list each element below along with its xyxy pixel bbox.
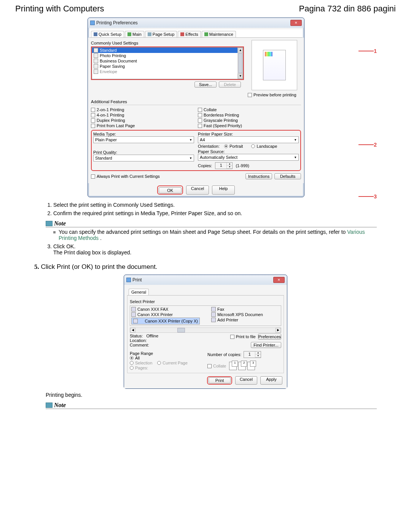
tab-effects[interactable]: Effects — [178, 31, 201, 37]
instructions-button[interactable]: Instructions — [245, 173, 272, 179]
paper-source-select[interactable]: Automatically Select▼ — [198, 154, 299, 161]
bullet-icon — [53, 231, 56, 233]
page-title-left: Printing with Computers — [15, 4, 104, 14]
printer-item[interactable]: Canon XXX Printer — [131, 312, 200, 317]
feat-grayscale: Grayscale Printing — [204, 118, 238, 123]
radio-landscape[interactable]: Landscape — [251, 144, 277, 149]
note-text: You can specify the advanced print setti… — [59, 229, 377, 241]
select-printer-label: Select Printer — [130, 299, 281, 304]
tab-page-setup[interactable]: Page Setup — [145, 31, 177, 37]
checkbox[interactable] — [91, 108, 95, 112]
spin-down-icon[interactable]: ▼ — [255, 355, 261, 358]
collate-label: Collate — [213, 364, 226, 368]
list-item-business[interactable]: Business Document — [92, 58, 237, 64]
checkbox[interactable] — [91, 118, 95, 123]
print-quality-select[interactable]: Standard▼ — [93, 155, 194, 161]
printer-name: Microsoft XPS Documen — [217, 312, 263, 317]
step-2: Confirm the required print settings in M… — [53, 210, 377, 216]
printing-preferences-dialog: Printing Preferences ✕ Quick Setup Main … — [88, 18, 304, 197]
printer-name: Add Printer — [217, 318, 238, 322]
find-printer-button[interactable]: Find Printer... — [251, 342, 281, 348]
scroll-thumb[interactable] — [238, 53, 242, 73]
list-item-standard[interactable]: Standard — [92, 48, 237, 53]
spin-down-icon[interactable]: ▼ — [227, 166, 232, 169]
printer-item[interactable]: Fax — [211, 307, 280, 312]
list-item-photo[interactable]: Photo Printing — [92, 53, 237, 58]
checkbox[interactable] — [198, 113, 202, 117]
note-body-text: You can specify the advanced print setti… — [59, 229, 347, 235]
scroll-right-icon[interactable]: ▶ — [276, 328, 281, 332]
step-3: Click OK. The Print dialog box is displa… — [53, 243, 377, 256]
scroll-left-icon[interactable]: ◀ — [130, 328, 135, 332]
close-icon[interactable]: ✕ — [273, 277, 285, 283]
checkbox[interactable] — [198, 118, 202, 123]
printer-list[interactable]: Canon XXX FAX Canon XXX Printer Canon XX… — [130, 305, 281, 326]
orientation-label: Orientation: — [198, 144, 220, 149]
scroll-down-icon[interactable]: ▼ — [238, 73, 243, 79]
radio-label: Landscape — [256, 144, 277, 149]
printer-item-selected[interactable]: Canon XXX Printer (Copy X) — [131, 318, 200, 324]
paper-size-select[interactable]: A4▼ — [198, 136, 299, 143]
spin-up-icon[interactable]: ▲ — [255, 351, 261, 355]
tab-main[interactable]: Main — [125, 31, 144, 37]
select-value: A4 — [200, 137, 205, 142]
hscrollbar[interactable]: ◀ ▶ — [130, 328, 281, 333]
checkbox[interactable] — [91, 124, 95, 128]
checkbox[interactable] — [91, 113, 95, 117]
cancel-button[interactable]: Cancel — [186, 185, 209, 195]
list-item-label: Paper Saving — [100, 64, 125, 69]
comment-label: Comment: — [130, 343, 204, 347]
radio-all[interactable]: All — [130, 356, 140, 360]
preferences-button[interactable]: Preferences — [258, 334, 281, 340]
tab-maintenance[interactable]: Maintenance — [202, 31, 236, 37]
radio-portrait[interactable]: Portrait — [224, 144, 243, 149]
print-button[interactable]: Print — [209, 377, 231, 383]
add-printer[interactable]: Add Printer — [211, 318, 280, 322]
list-item-paper-saving[interactable]: Paper Saving — [92, 64, 237, 69]
list-item-envelope[interactable]: Envelope — [92, 69, 237, 74]
page-range-label: Page Range — [130, 351, 204, 356]
printer-icon — [131, 312, 136, 317]
commonly-used-list[interactable]: Standard Photo Printing Business Documen… — [92, 47, 243, 79]
copies-spinner[interactable]: 1▲▼ — [215, 162, 233, 169]
step-text: Click Print (or OK) to print the documen… — [41, 263, 157, 270]
media-type-select[interactable]: Plain Paper▼ — [93, 136, 194, 143]
checkbox[interactable] — [230, 335, 234, 339]
scroll-up-icon[interactable]: ▲ — [238, 48, 243, 53]
scrollbar[interactable]: ▲ ▼ — [237, 48, 243, 79]
preview-pane — [252, 40, 297, 90]
feat-2on1: 2-on-1 Printing — [97, 107, 124, 112]
radio-label: Portrait — [229, 144, 243, 149]
checkbox[interactable] — [198, 108, 202, 112]
save-button[interactable]: Save... — [194, 81, 217, 88]
paper-size-label: Printer Paper Size: — [198, 132, 299, 136]
add-icon — [211, 318, 216, 322]
checkbox[interactable] — [248, 93, 252, 97]
checkbox[interactable] — [91, 174, 95, 179]
status-value: Offline — [146, 334, 158, 338]
scroll-thumb[interactable] — [177, 328, 185, 332]
num-copies-spinner[interactable]: 1▲▼ — [244, 351, 261, 358]
spin-up-icon[interactable]: ▲ — [227, 163, 232, 166]
printer-item[interactable]: Microsoft XPS Documen — [211, 312, 280, 317]
defaults-button[interactable]: Defaults — [274, 173, 301, 179]
delete-button[interactable]: Delete — [219, 81, 241, 88]
preview-before-label: Preview before printing — [253, 93, 296, 97]
radio-selection: Selection — [130, 361, 152, 365]
tab-label: Quick Setup — [99, 32, 121, 37]
printer-item[interactable]: Canon XXX FAX — [131, 307, 200, 312]
checkbox[interactable] — [198, 124, 202, 128]
page-icon — [148, 32, 151, 36]
cancel-button[interactable]: Cancel — [235, 376, 257, 385]
feat-4on1: 4-on-1 Printing — [97, 113, 124, 117]
copies-value: 1 — [215, 163, 227, 169]
tab-label: Main — [132, 32, 142, 37]
help-button[interactable]: Help — [212, 185, 235, 195]
apply-button[interactable]: Apply — [260, 376, 282, 385]
printer-name: Canon XXX Printer — [137, 312, 173, 317]
close-icon[interactable]: ✕ — [290, 20, 302, 26]
tab-quick-setup[interactable]: Quick Setup — [91, 31, 124, 37]
book-icon — [46, 221, 53, 226]
tab-general[interactable]: General — [129, 289, 149, 295]
ok-button[interactable]: OK — [159, 187, 182, 193]
